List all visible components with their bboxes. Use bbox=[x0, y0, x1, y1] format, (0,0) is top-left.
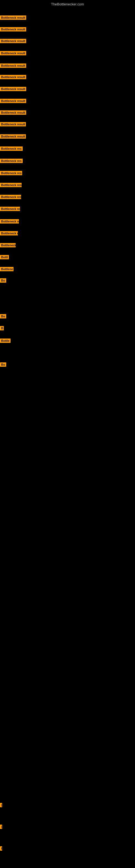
bottleneck-badge[interactable]: Bottleneck res bbox=[0, 147, 23, 151]
bottleneck-badge[interactable]: Bottleneck result bbox=[0, 111, 26, 115]
bottleneck-badge[interactable]: B bbox=[0, 846, 2, 850]
bottleneck-badge[interactable]: Bottleneck bbox=[0, 243, 16, 247]
bottleneck-badge[interactable]: Bottl bbox=[0, 255, 9, 259]
bottleneck-badge[interactable]: Bottleneck result bbox=[0, 51, 26, 55]
bottleneck-badge[interactable]: Bottleneck res bbox=[0, 159, 23, 163]
bottleneck-badge[interactable]: Bottle bbox=[0, 339, 10, 343]
bottleneck-badge[interactable]: Bottleneck result bbox=[0, 75, 26, 79]
bottleneck-badge[interactable]: Bottleneck result bbox=[0, 16, 26, 20]
bottleneck-badge[interactable]: Bottleneck result bbox=[0, 27, 26, 31]
bottleneck-badge[interactable]: Bottleneck result bbox=[0, 122, 26, 126]
bottleneck-badge[interactable]: Bottleneck result bbox=[0, 63, 26, 68]
bottleneck-badge[interactable]: | bbox=[0, 803, 2, 807]
bottleneck-badge[interactable]: Bo bbox=[0, 278, 6, 283]
bottleneck-badge[interactable]: Bo bbox=[0, 314, 6, 318]
bottleneck-badge[interactable]: Bottleneck res bbox=[0, 207, 20, 211]
bottleneck-badge[interactable]: Bottleneck res bbox=[0, 195, 21, 199]
bottleneck-badge[interactable]: Bo bbox=[0, 362, 6, 367]
bottleneck-badge[interactable]: Bottleneck res bbox=[0, 219, 19, 223]
bottleneck-badge[interactable]: Bottlene bbox=[0, 267, 13, 271]
bottleneck-badge[interactable]: Bottleneck result bbox=[0, 87, 26, 91]
bottleneck-badge[interactable]: Bottleneck res bbox=[0, 183, 21, 187]
bottleneck-badge[interactable]: B bbox=[0, 326, 4, 330]
bottleneck-badge[interactable]: Bottleneck result bbox=[0, 39, 26, 43]
bottleneck-badge[interactable]: | bbox=[0, 825, 2, 829]
bottleneck-badge[interactable]: Bottleneck res bbox=[0, 171, 22, 175]
bottleneck-badge[interactable]: Bottleneck result bbox=[0, 99, 26, 103]
bottleneck-badge[interactable]: Bottleneck result bbox=[0, 134, 26, 138]
bottleneck-badge[interactable]: Bottleneck res bbox=[0, 231, 18, 236]
